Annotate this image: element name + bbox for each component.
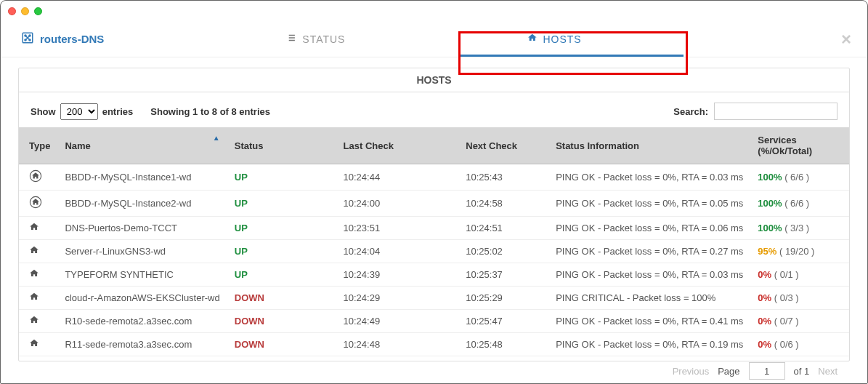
cell-next-check: 10:25:48 xyxy=(458,333,548,356)
close-button[interactable]: × xyxy=(841,29,851,49)
table-controls: Show 200 entries Showing 1 to 8 of 8 ent… xyxy=(19,92,849,127)
pager-of-text: of 1 xyxy=(794,366,810,377)
show-label: Show xyxy=(31,106,56,117)
cell-name: DNS-Puertos-Demo-TCCT xyxy=(57,217,227,240)
pager-previous[interactable]: Previous xyxy=(673,366,710,377)
cell-next-check: 10:24:51 xyxy=(458,217,548,240)
cell-services: 0% ( 0/7 ) xyxy=(750,310,849,333)
window-close-dot[interactable] xyxy=(8,7,16,15)
window-maximize-dot[interactable] xyxy=(34,7,42,15)
table-row[interactable]: DNS-Puertos-Demo-TCCTUP10:23:5110:24:51P… xyxy=(19,217,849,240)
cell-name: R10-sede-remota2.a3sec.com xyxy=(57,310,227,333)
page-size-control: Show 200 entries xyxy=(31,103,133,120)
col-header-name[interactable]: Name ▲ xyxy=(57,127,227,164)
cell-name: cloud-r-AmazonAWS-EKSCluster-wd xyxy=(57,287,227,310)
cell-last-check: 10:24:00 xyxy=(336,191,459,217)
cell-next-check: 10:25:37 xyxy=(458,263,548,287)
col-header-next[interactable]: Next Check xyxy=(458,127,548,164)
cell-next-check: 10:25:47 xyxy=(458,310,548,333)
cell-next-check: 10:25:43 xyxy=(458,164,548,191)
cell-status-info: PING OK - Packet loss = 0%, RTA = 0.19 m… xyxy=(548,333,750,356)
home-icon xyxy=(527,33,537,45)
cell-status: DOWN xyxy=(227,333,336,356)
tab-status-label: STATUS xyxy=(302,33,345,45)
col-header-last[interactable]: Last Check xyxy=(336,127,459,164)
cell-name: R11-sede-remota3.a3sec.com xyxy=(57,333,227,356)
cell-last-check: 10:24:48 xyxy=(336,333,459,356)
col-header-svc[interactable]: Services (%/Ok/Total) xyxy=(750,127,849,164)
cell-status-info: PING OK - Packet loss = 0%, RTA = 0.06 m… xyxy=(548,217,750,240)
host-type-icon xyxy=(29,222,39,232)
cell-status: DOWN xyxy=(227,287,336,310)
col-header-status[interactable]: Status xyxy=(227,127,336,164)
cell-last-check: 10:23:51 xyxy=(336,217,459,240)
sort-asc-icon: ▲ xyxy=(213,134,220,142)
cell-status-info: PING OK - Packet loss = 0%, RTA = 0.03 m… xyxy=(548,164,750,191)
host-type-icon xyxy=(29,245,39,255)
cell-status-info: PING OK - Packet loss = 0%, RTA = 0.27 m… xyxy=(548,240,750,263)
brand-icon xyxy=(21,31,34,47)
window-titlebar xyxy=(1,1,867,21)
table-row[interactable]: BBDD-r-MySQL-Instance2-wdUP10:24:0010:24… xyxy=(19,191,849,217)
cell-last-check: 10:24:49 xyxy=(336,310,459,333)
col-header-info[interactable]: Status Information xyxy=(548,127,750,164)
cell-name: BBDD-r-MySQL-Instance2-wd xyxy=(57,191,227,217)
cell-last-check: 10:24:29 xyxy=(336,287,459,310)
cell-status: DOWN xyxy=(227,310,336,333)
table-row[interactable]: Server-r-LinuxGNS3-wdUP10:24:0410:25:02P… xyxy=(19,240,849,263)
cell-next-check: 10:25:02 xyxy=(458,240,548,263)
table-row[interactable]: R10-sede-remota2.a3sec.comDOWN10:24:4910… xyxy=(19,310,849,333)
cell-status-info: PING OK - Packet loss = 0%, RTA = 0.41 m… xyxy=(548,310,750,333)
brand-title: routers-DNS xyxy=(40,33,104,45)
hosts-panel: HOSTS Show 200 entries Showing 1 to 8 of… xyxy=(18,68,850,361)
cell-services: 0% ( 0/6 ) xyxy=(750,333,849,356)
hosts-table: Type Name ▲ Status Last Check Next Check… xyxy=(19,127,849,356)
cell-name: Server-r-LinuxGNS3-wd xyxy=(57,240,227,263)
cell-next-check: 10:24:58 xyxy=(458,191,548,217)
search-label: Search: xyxy=(673,106,708,117)
list-icon xyxy=(286,33,296,45)
cell-status: UP xyxy=(227,240,336,263)
host-type-icon xyxy=(29,169,42,183)
cell-last-check: 10:24:44 xyxy=(336,164,459,191)
table-row[interactable]: R11-sede-remota3.a3sec.comDOWN10:24:4810… xyxy=(19,333,849,356)
page-size-select[interactable]: 200 xyxy=(60,103,98,120)
showing-text: Showing 1 to 8 of 8 entries xyxy=(150,106,270,117)
cell-status: UP xyxy=(227,217,336,240)
cell-services: 100% ( 6/6 ) xyxy=(750,164,849,191)
panel-title: HOSTS xyxy=(19,68,849,92)
table-row[interactable]: cloud-r-AmazonAWS-EKSCluster-wdDOWN10:24… xyxy=(19,287,849,310)
pager-page-input[interactable] xyxy=(749,362,785,380)
tab-status[interactable]: STATUS xyxy=(286,21,345,57)
cell-services: 100% ( 3/3 ) xyxy=(750,217,849,240)
cell-name: TYPEFORM SYNTHETIC xyxy=(57,263,227,287)
cell-services: 0% ( 0/1 ) xyxy=(750,263,849,287)
cell-last-check: 10:24:39 xyxy=(336,263,459,287)
host-type-icon xyxy=(29,196,42,209)
search-input[interactable] xyxy=(714,103,837,120)
tab-hosts-label: HOSTS xyxy=(543,33,581,45)
cell-status: UP xyxy=(227,164,336,191)
entries-label: entries xyxy=(102,106,134,117)
pager: Previous Page of 1 Next xyxy=(19,356,849,384)
cell-status: UP xyxy=(227,191,336,217)
table-row[interactable]: TYPEFORM SYNTHETICUP10:24:3910:25:37PING… xyxy=(19,263,849,287)
host-type-icon xyxy=(29,268,39,279)
pager-page-label: Page xyxy=(718,366,739,377)
col-header-type[interactable]: Type xyxy=(19,127,57,164)
cell-status-info: PING OK - Packet loss = 0%, RTA = 0.03 m… xyxy=(548,263,750,287)
pager-next[interactable]: Next xyxy=(818,366,837,377)
topbar: routers-DNS STATUS HOSTS xyxy=(1,21,867,57)
table-row[interactable]: BBDD-r-MySQL-Instance1-wdUP10:24:4410:25… xyxy=(19,164,849,191)
tab-hosts[interactable]: HOSTS xyxy=(527,21,581,57)
brand[interactable]: routers-DNS xyxy=(21,31,104,47)
tab-active-underline xyxy=(460,55,684,57)
cell-status-info: PING CRITICAL - Packet loss = 100% xyxy=(548,287,750,310)
host-type-icon xyxy=(29,315,39,325)
cell-services: 0% ( 0/3 ) xyxy=(750,287,849,310)
cell-services: 100% ( 6/6 ) xyxy=(750,191,849,217)
cell-status-info: PING OK - Packet loss = 0%, RTA = 0.05 m… xyxy=(548,191,750,217)
cell-next-check: 10:25:29 xyxy=(458,287,548,310)
host-type-icon xyxy=(29,338,39,348)
window-minimize-dot[interactable] xyxy=(21,7,29,15)
